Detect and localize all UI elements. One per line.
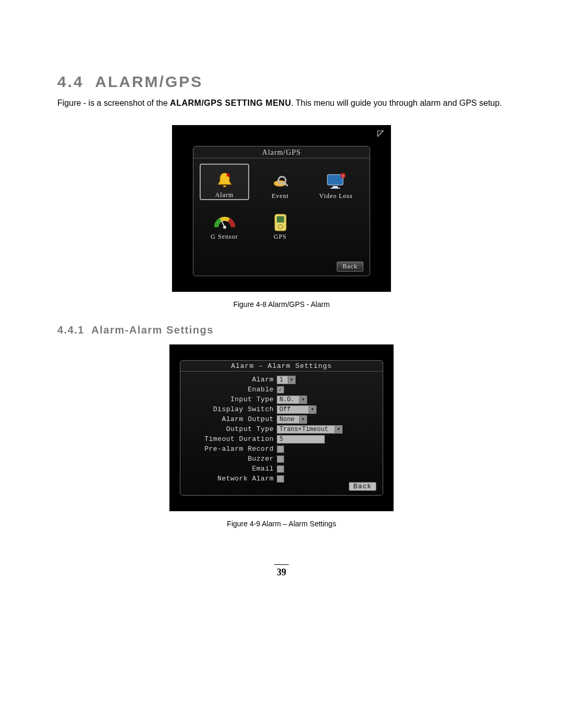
figure-2-container: Alarm – Alarm Settings Alarm1▼Enable✓Inp… bbox=[57, 344, 506, 513]
menu-item-label: G Sensor bbox=[211, 233, 238, 241]
page-number: 39 bbox=[277, 567, 286, 577]
intro-paragraph: Figure - is a screenshot of the ALARM/GP… bbox=[57, 97, 506, 109]
subsection-title: 4.4.1 Alarm-Alarm Settings bbox=[57, 324, 506, 336]
panel2-title: Alarm – Alarm Settings bbox=[180, 361, 383, 372]
enable-checkbox[interactable]: ✓ bbox=[277, 386, 284, 393]
section-name: ALARM/GPS bbox=[95, 73, 203, 90]
field-row-display-switch: Display SwitchOff▼ bbox=[186, 404, 377, 414]
dropdown-value: Trans+Timeout bbox=[277, 426, 335, 433]
field-row-enable: Enable✓ bbox=[186, 385, 377, 394]
menu-item-video-loss[interactable]: !Video Loss bbox=[311, 164, 361, 200]
chevron-down-icon: ▼ bbox=[335, 426, 342, 433]
field-label: Display Switch bbox=[186, 405, 277, 413]
alarm-settings-screenshot: Alarm – Alarm Settings Alarm1▼Enable✓Inp… bbox=[169, 344, 394, 511]
email-checkbox[interactable] bbox=[277, 465, 284, 473]
chevron-down-icon: ▼ bbox=[299, 416, 307, 423]
svg-rect-6 bbox=[331, 188, 340, 189]
buzzer-checkbox[interactable] bbox=[277, 455, 284, 463]
field-label: Output Type bbox=[186, 425, 277, 433]
output-type-dropdown[interactable]: Trans+Timeout▼ bbox=[277, 425, 342, 434]
field-row-buzzer: Buzzer bbox=[186, 454, 377, 464]
menu-item-label: Event bbox=[272, 192, 289, 200]
device-icon bbox=[270, 213, 291, 232]
field-row-alarm: Alarm1▼ bbox=[186, 375, 377, 385]
alarm-output-dropdown[interactable]: None▼ bbox=[277, 415, 307, 424]
chevron-down-icon: ▼ bbox=[299, 396, 307, 403]
mouse-cursor-icon: ◸ bbox=[377, 128, 384, 138]
alarm-dropdown[interactable]: 1▼ bbox=[277, 376, 296, 384]
menu-item-alarm[interactable]: Alarm bbox=[200, 164, 249, 200]
panel-title: Alarm/GPS bbox=[193, 146, 370, 158]
dropdown-value: 1 bbox=[277, 376, 288, 384]
figure-1-container: ◸ Alarm/GPS AlarmEvent!Video LossG Senso… bbox=[57, 125, 506, 294]
display-switch-dropdown[interactable]: Off▼ bbox=[277, 405, 316, 414]
field-label: Email bbox=[186, 465, 277, 473]
section-title: 4.4 ALARM/GPS bbox=[57, 73, 506, 91]
field-label: Enable bbox=[186, 386, 277, 393]
field-row-timeout-duration: Timeout Duration5 bbox=[186, 434, 377, 444]
network-alarm-checkbox[interactable] bbox=[277, 475, 284, 483]
alarm-settings-panel: Alarm – Alarm Settings Alarm1▼Enable✓Inp… bbox=[180, 360, 383, 496]
bell-icon bbox=[214, 171, 236, 190]
dropdown-value: None bbox=[277, 416, 299, 423]
field-label: Timeout Duration bbox=[186, 435, 277, 443]
chevron-down-icon: ▼ bbox=[288, 376, 295, 384]
svg-rect-5 bbox=[333, 186, 338, 188]
menu-item-gps[interactable]: GPS bbox=[255, 204, 305, 241]
svg-point-10 bbox=[223, 226, 226, 229]
svg-text:!: ! bbox=[342, 174, 343, 178]
menu-item-label: Alarm bbox=[215, 191, 234, 199]
figure-1-caption: Figure 4-8 Alarm/GPS - Alarm bbox=[57, 300, 506, 309]
menu-item-label: GPS bbox=[274, 233, 287, 241]
section-number: 4.4 bbox=[57, 73, 84, 90]
field-row-output-type: Output TypeTrans+Timeout▼ bbox=[186, 424, 377, 434]
prealarm-record-checkbox[interactable] bbox=[277, 446, 284, 453]
back-button[interactable]: Back bbox=[337, 262, 363, 272]
back-button[interactable]: Back bbox=[349, 482, 376, 491]
chevron-down-icon: ▼ bbox=[309, 406, 316, 413]
svg-point-0 bbox=[227, 174, 230, 177]
search-icon bbox=[270, 172, 291, 191]
timeout-duration-input[interactable]: 5 bbox=[277, 435, 325, 443]
dropdown-value: N.O. bbox=[277, 396, 299, 403]
svg-line-3 bbox=[285, 183, 288, 186]
field-label: Pre-alarm Record bbox=[186, 445, 277, 453]
alarm-gps-panel: Alarm/GPS AlarmEvent!Video LossG SensorG… bbox=[193, 146, 370, 276]
alarm-gps-screenshot: ◸ Alarm/GPS AlarmEvent!Video LossG Senso… bbox=[172, 125, 391, 292]
menu-item-event[interactable]: Event bbox=[255, 164, 305, 200]
settings-form: Alarm1▼Enable✓Input TypeN.O.▼Display Swi… bbox=[180, 372, 383, 484]
field-row-email: Email bbox=[186, 464, 377, 474]
gauge-icon bbox=[214, 213, 236, 232]
subsection-number: 4.4.1 bbox=[57, 324, 84, 336]
field-row-input-type: Input TypeN.O.▼ bbox=[186, 394, 377, 404]
figure-2-caption: Figure 4-9 Alarm – Alarm Settings bbox=[57, 520, 506, 528]
field-label: Buzzer bbox=[186, 455, 277, 463]
menu-item-label: Video Loss bbox=[319, 192, 352, 200]
input-type-dropdown[interactable]: N.O.▼ bbox=[277, 396, 307, 404]
menu-item-g-sensor[interactable]: G Sensor bbox=[200, 204, 249, 241]
intro-bold: ALARM/GPS SETTING MENU bbox=[170, 98, 291, 107]
field-row-prealarm-record: Pre-alarm Record bbox=[186, 444, 377, 454]
monitor-icon: ! bbox=[325, 172, 347, 191]
subsection-name: Alarm-Alarm Settings bbox=[91, 324, 214, 336]
field-row-alarm-output: Alarm OutputNone▼ bbox=[186, 414, 377, 424]
field-label: Network Alarm bbox=[186, 475, 277, 483]
page-number-block: 39 bbox=[57, 564, 506, 578]
field-label: Alarm Output bbox=[186, 415, 277, 423]
svg-rect-12 bbox=[277, 216, 284, 223]
dropdown-value: Off bbox=[277, 406, 309, 413]
field-label: Alarm bbox=[186, 376, 277, 384]
field-label: Input Type bbox=[186, 396, 277, 403]
menu-grid: AlarmEvent!Video LossG SensorGPS bbox=[193, 158, 370, 246]
